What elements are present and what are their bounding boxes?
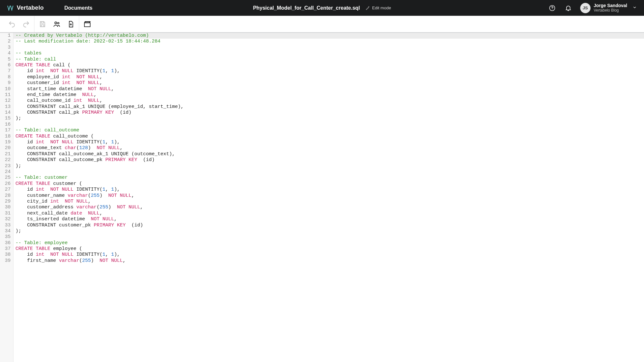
logo-mark-icon (7, 5, 14, 11)
code-line[interactable]: id int NOT NULL IDENTITY(1, 1), (14, 68, 644, 74)
code-line[interactable]: employee_id int NOT NULL, (14, 74, 644, 80)
svg-point-2 (55, 22, 57, 24)
line-number: 10 (0, 86, 11, 92)
code-line[interactable]: ); (14, 163, 644, 169)
line-number: 11 (0, 92, 11, 98)
notifications-button[interactable] (564, 4, 572, 12)
code-line[interactable]: id int NOT NULL IDENTITY(1, 1), (14, 187, 644, 193)
code-line[interactable]: -- Table: call (14, 57, 644, 62)
line-number: 31 (0, 211, 11, 216)
line-number: 24 (0, 169, 11, 175)
line-number: 18 (0, 134, 11, 139)
line-number: 23 (0, 163, 11, 169)
code-line[interactable]: id int NOT NULL IDENTITY(1, 1), (14, 252, 644, 258)
code-editor[interactable]: 1234567891011121314151617181920212223242… (0, 33, 644, 362)
code-line[interactable]: CREATE TABLE call_outcome ( (14, 134, 644, 139)
line-number: 8 (0, 74, 11, 80)
save-icon (39, 20, 46, 28)
save-button[interactable] (38, 19, 47, 29)
line-number: 1 (0, 33, 11, 39)
code-line[interactable]: city_id int NOT NULL, (14, 199, 644, 205)
clapper-button[interactable] (82, 19, 92, 29)
code-line[interactable]: customer_address varchar(255) NOT NULL, (14, 205, 644, 210)
line-number: 35 (0, 234, 11, 240)
code-line[interactable]: first_name varchar(255) NOT NULL, (14, 258, 644, 264)
undo-icon (8, 20, 16, 28)
download-button[interactable] (66, 19, 76, 29)
toolbar-group-history (4, 16, 34, 32)
toolbar-group-file (34, 16, 79, 32)
code-line[interactable]: ts_inserted datetime NOT NULL, (14, 216, 644, 222)
code-line[interactable]: -- Table: customer (14, 175, 644, 181)
user-text: Jorge Sandoval Vertabelo Blog (594, 3, 627, 13)
brand-name: Vertabelo (17, 5, 44, 11)
code-line[interactable] (14, 122, 644, 128)
code-line[interactable]: call_outcome_id int NULL, (14, 98, 644, 104)
code-line[interactable]: CREATE TABLE customer ( (14, 181, 644, 187)
code-line[interactable]: outcome_text char(128) NOT NULL, (14, 145, 644, 151)
code-area[interactable]: -- Created by Vertabelo (http://vertabel… (14, 33, 644, 362)
bell-icon (565, 5, 572, 12)
code-line[interactable]: customer_id int NOT NULL, (14, 80, 644, 86)
code-line[interactable]: CONSTRAINT customer_pk PRIMARY KEY (id) (14, 223, 644, 228)
code-line[interactable]: CONSTRAINT call_pk PRIMARY KEY (id) (14, 110, 644, 116)
line-number: 30 (0, 205, 11, 210)
line-number: 32 (0, 216, 11, 222)
share-users-icon (53, 20, 61, 28)
line-number: 17 (0, 128, 11, 133)
code-line[interactable]: end_time datetime NULL, (14, 92, 644, 98)
line-number: 20 (0, 145, 11, 151)
redo-button[interactable] (21, 19, 31, 29)
code-line[interactable]: -- Table: call_outcome (14, 128, 644, 133)
pencil-icon (366, 6, 370, 10)
line-number: 4 (0, 51, 11, 56)
edit-mode-label: Edit mode (372, 5, 391, 10)
line-number: 26 (0, 181, 11, 187)
undo-button[interactable] (7, 19, 17, 29)
help-circle-icon (549, 5, 556, 12)
user-menu[interactable]: JS Jorge Sandoval Vertabelo Blog (580, 3, 637, 13)
line-number: 39 (0, 258, 11, 264)
line-number: 6 (0, 62, 11, 68)
code-line[interactable]: CREATE TABLE employee ( (14, 246, 644, 252)
code-line[interactable]: CONSTRAINT call_outcome_pk PRIMARY KEY (… (14, 157, 644, 163)
toolbar-group-view (79, 16, 95, 32)
line-number: 13 (0, 104, 11, 110)
code-line[interactable]: ); (14, 228, 644, 234)
nav-documents[interactable]: Documents (64, 5, 92, 11)
share-button[interactable] (52, 19, 62, 29)
document-title[interactable]: Physical_Model_for_Call_Center_create.sq… (253, 5, 360, 11)
code-line[interactable]: id int NOT NULL IDENTITY(1, 1), (14, 139, 644, 145)
code-line[interactable]: next_call_date date NULL, (14, 211, 644, 216)
code-line[interactable]: customer_name varchar(255) NOT NULL, (14, 193, 644, 199)
editor-workarea: 1234567891011121314151617181920212223242… (0, 33, 644, 362)
svg-point-3 (58, 22, 59, 24)
line-number: 7 (0, 68, 11, 74)
help-button[interactable] (548, 4, 556, 12)
code-line[interactable]: -- Last modification date: 2022-02-15 18… (14, 39, 644, 44)
code-line[interactable] (14, 45, 644, 51)
code-line[interactable]: -- tables (14, 51, 644, 56)
code-line[interactable]: CONSTRAINT call_outcome_ak_1 UNIQUE (out… (14, 151, 644, 157)
code-line[interactable] (14, 169, 644, 175)
code-line[interactable]: -- Created by Vertabelo (http://vertabel… (14, 33, 644, 39)
line-number: 33 (0, 223, 11, 228)
code-line[interactable] (14, 234, 644, 240)
line-number: 19 (0, 139, 11, 145)
header-right: JS Jorge Sandoval Vertabelo Blog (548, 3, 637, 13)
line-number: 2 (0, 39, 11, 44)
code-line[interactable]: CREATE TABLE call ( (14, 62, 644, 68)
code-line[interactable]: ); (14, 116, 644, 121)
film-icon (83, 20, 91, 28)
code-line[interactable]: start_time datetime NOT NULL, (14, 86, 644, 92)
line-number: 3 (0, 45, 11, 51)
chevron-down-icon (632, 5, 637, 11)
svg-rect-4 (84, 23, 90, 27)
line-number: 9 (0, 80, 11, 86)
line-number: 27 (0, 187, 11, 193)
code-line[interactable]: CONSTRAINT call_ak_1 UNIQUE (employee_id… (14, 104, 644, 110)
user-subtitle: Vertabelo Blog (594, 8, 627, 13)
code-line[interactable]: -- Table: employee (14, 240, 644, 246)
brand-logo[interactable]: Vertabelo (7, 5, 44, 11)
edit-mode-indicator[interactable]: Edit mode (366, 5, 391, 10)
